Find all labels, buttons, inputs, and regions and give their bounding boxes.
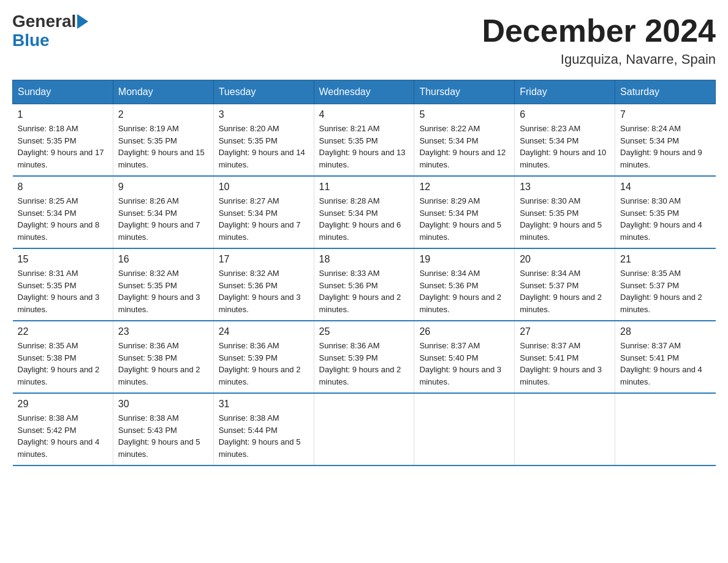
day-info: Sunrise: 8:24 AM Sunset: 5:34 PM Dayligh… [620, 123, 710, 170]
day-number: 5 [419, 109, 509, 120]
calendar-week-4: 22 Sunrise: 8:35 AM Sunset: 5:38 PM Dayl… [13, 321, 716, 393]
calendar-cell: 15 Sunrise: 8:31 AM Sunset: 5:35 PM Dayl… [13, 248, 113, 321]
header-row: Sunday Monday Tuesday Wednesday Thursday… [13, 80, 716, 104]
location: Iguzquiza, Navarre, Spain [482, 52, 716, 67]
calendar-cell [515, 393, 615, 465]
day-number: 1 [18, 109, 108, 120]
day-info: Sunrise: 8:34 AM Sunset: 5:36 PM Dayligh… [419, 267, 509, 315]
calendar-cell: 13 Sunrise: 8:30 AM Sunset: 5:35 PM Dayl… [515, 176, 615, 248]
calendar-cell: 31 Sunrise: 8:38 AM Sunset: 5:44 PM Dayl… [213, 393, 314, 465]
day-info: Sunrise: 8:36 AM Sunset: 5:38 PM Dayligh… [118, 340, 208, 388]
day-info: Sunrise: 8:38 AM Sunset: 5:42 PM Dayligh… [18, 412, 108, 460]
day-number: 21 [620, 254, 710, 265]
day-number: 25 [319, 326, 409, 337]
day-number: 26 [419, 326, 509, 337]
day-info: Sunrise: 8:37 AM Sunset: 5:41 PM Dayligh… [620, 340, 710, 388]
calendar-cell [314, 393, 414, 465]
calendar-cell: 12 Sunrise: 8:29 AM Sunset: 5:34 PM Dayl… [414, 176, 515, 248]
day-number: 6 [520, 109, 610, 120]
day-info: Sunrise: 8:23 AM Sunset: 5:34 PM Dayligh… [520, 123, 610, 170]
day-info: Sunrise: 8:36 AM Sunset: 5:39 PM Dayligh… [319, 340, 409, 388]
calendar-cell: 6 Sunrise: 8:23 AM Sunset: 5:34 PM Dayli… [515, 104, 615, 177]
day-number: 4 [319, 109, 409, 120]
calendar-cell: 24 Sunrise: 8:36 AM Sunset: 5:39 PM Dayl… [213, 321, 314, 393]
day-info: Sunrise: 8:35 AM Sunset: 5:38 PM Dayligh… [18, 340, 108, 388]
calendar-cell: 14 Sunrise: 8:30 AM Sunset: 5:35 PM Dayl… [615, 176, 716, 248]
day-info: Sunrise: 8:34 AM Sunset: 5:37 PM Dayligh… [520, 267, 610, 315]
calendar-week-2: 8 Sunrise: 8:25 AM Sunset: 5:34 PM Dayli… [13, 176, 716, 248]
day-info: Sunrise: 8:26 AM Sunset: 5:34 PM Dayligh… [118, 195, 208, 243]
calendar-cell: 11 Sunrise: 8:28 AM Sunset: 5:34 PM Dayl… [314, 176, 414, 248]
calendar-cell: 5 Sunrise: 8:22 AM Sunset: 5:34 PM Dayli… [414, 104, 515, 177]
day-info: Sunrise: 8:32 AM Sunset: 5:36 PM Dayligh… [219, 267, 309, 315]
day-info: Sunrise: 8:22 AM Sunset: 5:34 PM Dayligh… [419, 123, 509, 170]
day-number: 14 [620, 182, 710, 193]
day-number: 16 [118, 254, 208, 265]
day-number: 2 [118, 109, 208, 120]
day-number: 22 [18, 326, 108, 337]
day-info: Sunrise: 8:33 AM Sunset: 5:36 PM Dayligh… [319, 267, 409, 315]
calendar-body: 1 Sunrise: 8:18 AM Sunset: 5:35 PM Dayli… [13, 104, 716, 466]
day-number: 28 [620, 326, 710, 337]
logo-blue: Blue [12, 31, 89, 50]
calendar-cell: 30 Sunrise: 8:38 AM Sunset: 5:43 PM Dayl… [113, 393, 213, 465]
day-number: 13 [520, 182, 610, 193]
col-wednesday: Wednesday [314, 80, 414, 104]
day-info: Sunrise: 8:36 AM Sunset: 5:39 PM Dayligh… [219, 340, 309, 388]
calendar-cell: 16 Sunrise: 8:32 AM Sunset: 5:35 PM Dayl… [113, 248, 213, 321]
day-info: Sunrise: 8:32 AM Sunset: 5:35 PM Dayligh… [118, 267, 208, 315]
col-monday: Monday [113, 80, 213, 104]
day-number: 11 [319, 182, 409, 193]
calendar-table: Sunday Monday Tuesday Wednesday Thursday… [12, 80, 716, 466]
day-number: 7 [620, 109, 710, 120]
title-area: December 2024 Iguzquiza, Navarre, Spain [482, 12, 716, 67]
calendar-cell: 3 Sunrise: 8:20 AM Sunset: 5:35 PM Dayli… [213, 104, 314, 177]
calendar-cell: 2 Sunrise: 8:19 AM Sunset: 5:35 PM Dayli… [113, 104, 213, 177]
calendar-cell: 20 Sunrise: 8:34 AM Sunset: 5:37 PM Dayl… [515, 248, 615, 321]
calendar-cell: 4 Sunrise: 8:21 AM Sunset: 5:35 PM Dayli… [314, 104, 414, 177]
calendar-cell: 22 Sunrise: 8:35 AM Sunset: 5:38 PM Dayl… [13, 321, 113, 393]
day-number: 15 [18, 254, 108, 265]
day-number: 12 [419, 182, 509, 193]
calendar-cell: 9 Sunrise: 8:26 AM Sunset: 5:34 PM Dayli… [113, 176, 213, 248]
day-info: Sunrise: 8:20 AM Sunset: 5:35 PM Dayligh… [219, 123, 309, 170]
day-number: 8 [18, 182, 108, 193]
calendar-cell: 7 Sunrise: 8:24 AM Sunset: 5:34 PM Dayli… [615, 104, 716, 177]
day-number: 31 [219, 399, 309, 410]
calendar-cell: 19 Sunrise: 8:34 AM Sunset: 5:36 PM Dayl… [414, 248, 515, 321]
day-info: Sunrise: 8:30 AM Sunset: 5:35 PM Dayligh… [520, 195, 610, 243]
calendar-cell [414, 393, 515, 465]
day-number: 20 [520, 254, 610, 265]
calendar-cell: 10 Sunrise: 8:27 AM Sunset: 5:34 PM Dayl… [213, 176, 314, 248]
day-info: Sunrise: 8:21 AM Sunset: 5:35 PM Dayligh… [319, 123, 409, 170]
month-title: December 2024 [482, 12, 716, 49]
day-number: 18 [319, 254, 409, 265]
day-number: 17 [219, 254, 309, 265]
day-info: Sunrise: 8:27 AM Sunset: 5:34 PM Dayligh… [219, 195, 309, 243]
calendar-cell: 25 Sunrise: 8:36 AM Sunset: 5:39 PM Dayl… [314, 321, 414, 393]
day-info: Sunrise: 8:19 AM Sunset: 5:35 PM Dayligh… [118, 123, 208, 170]
calendar-cell: 29 Sunrise: 8:38 AM Sunset: 5:42 PM Dayl… [13, 393, 113, 465]
day-info: Sunrise: 8:38 AM Sunset: 5:44 PM Dayligh… [219, 412, 309, 460]
col-sunday: Sunday [13, 80, 113, 104]
col-tuesday: Tuesday [213, 80, 314, 104]
day-info: Sunrise: 8:29 AM Sunset: 5:34 PM Dayligh… [419, 195, 509, 243]
day-info: Sunrise: 8:31 AM Sunset: 5:35 PM Dayligh… [18, 267, 108, 315]
day-number: 3 [219, 109, 309, 120]
col-saturday: Saturday [615, 80, 716, 104]
day-number: 29 [18, 399, 108, 410]
calendar-cell: 17 Sunrise: 8:32 AM Sunset: 5:36 PM Dayl… [213, 248, 314, 321]
col-friday: Friday [515, 80, 615, 104]
calendar-cell [615, 393, 716, 465]
calendar-week-1: 1 Sunrise: 8:18 AM Sunset: 5:35 PM Dayli… [13, 104, 716, 177]
calendar-cell: 28 Sunrise: 8:37 AM Sunset: 5:41 PM Dayl… [615, 321, 716, 393]
day-info: Sunrise: 8:38 AM Sunset: 5:43 PM Dayligh… [118, 412, 208, 460]
calendar-cell: 1 Sunrise: 8:18 AM Sunset: 5:35 PM Dayli… [13, 104, 113, 177]
day-number: 9 [118, 182, 208, 193]
calendar-week-5: 29 Sunrise: 8:38 AM Sunset: 5:42 PM Dayl… [13, 393, 716, 465]
calendar-cell: 8 Sunrise: 8:25 AM Sunset: 5:34 PM Dayli… [13, 176, 113, 248]
day-number: 10 [219, 182, 309, 193]
calendar-week-3: 15 Sunrise: 8:31 AM Sunset: 5:35 PM Dayl… [13, 248, 716, 321]
calendar-header: Sunday Monday Tuesday Wednesday Thursday… [13, 80, 716, 104]
logo: General Blue [12, 12, 89, 50]
